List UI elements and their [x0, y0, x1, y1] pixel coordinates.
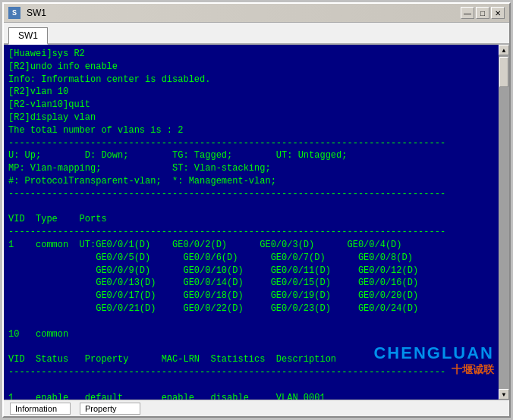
watermark-text1: CHENGLUAN [373, 343, 494, 363]
watermark: CHENGLUAN 十堰诚联 [373, 343, 494, 377]
window-controls: — □ ✕ [461, 7, 505, 19]
scroll-thumb[interactable] [499, 57, 508, 87]
terminal-container: [Huawei]sys R2 [R2]undo info enable Info… [4, 45, 509, 400]
scrollbar: ▲ ▼ [499, 45, 509, 400]
tab-bar: SW1 [4, 23, 509, 45]
scroll-up-button[interactable]: ▲ [499, 45, 509, 55]
minimize-button[interactable]: — [461, 7, 474, 19]
status-item-property: Property [80, 403, 140, 415]
title-bar: S SW1 — □ ✕ [4, 4, 509, 23]
close-button[interactable]: ✕ [491, 7, 505, 19]
scroll-track[interactable] [499, 55, 509, 389]
watermark-text2: 十堰诚联 [452, 363, 494, 377]
window-icon: S [8, 7, 20, 19]
maximize-button[interactable]: □ [476, 7, 489, 19]
status-bar: Information Property [4, 400, 509, 416]
tab-sw1[interactable]: SW1 [8, 27, 48, 45]
status-item-information: Information [10, 403, 71, 415]
main-window: S SW1 — □ ✕ SW1 [Huawei]sys R2 [R2]undo … [2, 2, 511, 418]
scroll-down-button[interactable]: ▼ [499, 389, 509, 400]
window-title: SW1 [27, 8, 455, 18]
